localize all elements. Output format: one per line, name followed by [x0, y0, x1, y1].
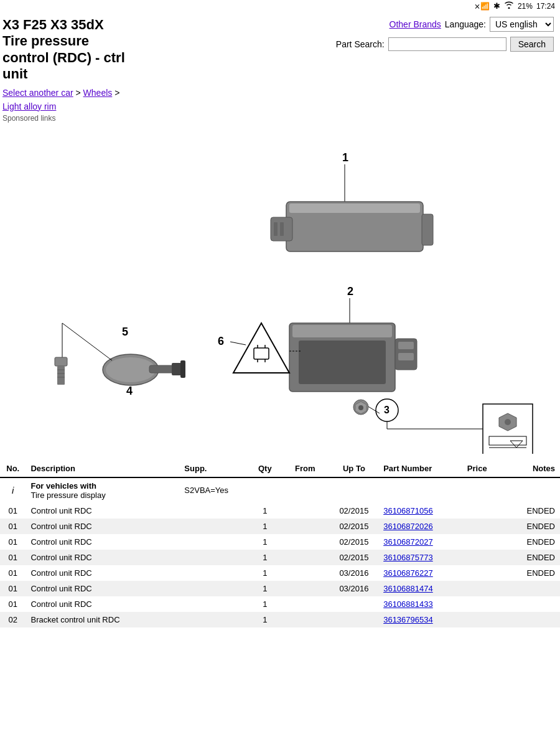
- row-from: [281, 519, 330, 534]
- row-part[interactable]: 36106872026: [378, 519, 462, 534]
- wheels-link[interactable]: Wheels: [83, 88, 113, 98]
- svg-rect-8: [422, 214, 433, 245]
- svg-rect-36: [57, 366, 65, 385]
- table-row: 01Control unit RDC102/201536106872027END…: [0, 534, 560, 550]
- row-qty: 1: [250, 550, 281, 565]
- row-notes: ENDED: [504, 550, 560, 565]
- svg-rect-31: [180, 360, 185, 378]
- row-notes: ENDED: [504, 565, 560, 581]
- col-header-notes: Notes: [504, 460, 560, 477]
- table-row: 01Control unit RDC102/201536106871056END…: [0, 503, 560, 519]
- row-price: [462, 596, 504, 612]
- row-no: 01: [0, 550, 26, 565]
- language-label: Language:: [445, 19, 486, 29]
- light-alloy-rim-link[interactable]: Light alloy rim: [2, 101, 56, 111]
- table-row: 01Control unit RDC102/201536106875773END…: [0, 550, 560, 565]
- svg-point-54: [358, 405, 363, 410]
- row-part[interactable]: 36106872027: [378, 534, 462, 550]
- part-number-link[interactable]: 36106875773: [383, 553, 433, 562]
- row-upto: [330, 596, 379, 612]
- parts-diagram: 1 2: [12, 130, 548, 454]
- search-button[interactable]: Search: [510, 37, 554, 52]
- bluetooth-symbol: ✱: [493, 1, 500, 11]
- row-from: [281, 596, 330, 612]
- info-row-notes: [504, 477, 560, 503]
- sponsored-links: Sponsored links: [0, 113, 560, 124]
- col-header-no: No.: [0, 460, 26, 477]
- row-from: [281, 565, 330, 581]
- part-search-input[interactable]: [388, 37, 506, 51]
- table-row: 01Control unit RDC103/201636106881474: [0, 581, 560, 596]
- svg-rect-0: [12, 130, 548, 454]
- row-notes: ENDED: [504, 519, 560, 534]
- row-from: [281, 581, 330, 596]
- row-qty: 1: [250, 612, 281, 627]
- info-row-part: [378, 477, 462, 503]
- svg-rect-7: [280, 222, 284, 236]
- title-block: X3 F25 X3 35dX Tire pressure control (RD…: [2, 17, 125, 83]
- row-upto: 02/2015: [330, 519, 379, 534]
- part-number-link[interactable]: 36106876227: [383, 568, 433, 578]
- parts-table: No. Description Supp. Qty From Up To Par…: [0, 460, 560, 627]
- row-part[interactable]: 36106871056: [378, 503, 462, 519]
- info-row: i For vehicles with Tire pressure displa…: [0, 477, 560, 503]
- part-search-area: Part Search: Search: [336, 37, 554, 52]
- row-part[interactable]: 36136796534: [378, 612, 462, 627]
- select-another-car-link[interactable]: Select another car: [2, 88, 73, 98]
- row-upto: [330, 612, 379, 627]
- row-part[interactable]: 36106881433: [378, 596, 462, 612]
- breadcrumb: Select another car > Wheels >: [0, 85, 560, 100]
- row-price: [462, 503, 504, 519]
- row-supp: [179, 581, 249, 596]
- svg-text:4: 4: [126, 385, 133, 397]
- row-price: [462, 581, 504, 596]
- row-no: 02: [0, 612, 26, 627]
- row-price: [462, 534, 504, 550]
- info-row-from: [281, 477, 330, 503]
- wifi-icon: [504, 1, 514, 11]
- svg-point-28: [106, 357, 156, 382]
- row-part[interactable]: 36106876227: [378, 565, 462, 581]
- part-search-label: Part Search:: [336, 39, 385, 49]
- row-price: [462, 550, 504, 565]
- battery-level: 21%: [518, 2, 533, 11]
- col-header-price: Price: [462, 460, 504, 477]
- row-price: [462, 565, 504, 581]
- row-part[interactable]: 36106881474: [378, 581, 462, 596]
- col-header-supp: Supp.: [179, 460, 249, 477]
- row-part[interactable]: 36106875773: [378, 550, 462, 565]
- info-row-price: [462, 477, 504, 503]
- row-from: [281, 503, 330, 519]
- row-supp: [179, 519, 249, 534]
- row-notes: [504, 581, 560, 596]
- svg-rect-16: [398, 353, 414, 360]
- other-brands-link[interactable]: Other Brands: [390, 19, 441, 29]
- row-supp: [179, 596, 249, 612]
- part-number-link[interactable]: 36106872027: [383, 537, 433, 547]
- col-header-qty: Qty: [250, 460, 281, 477]
- language-select[interactable]: US english DE deutsch FR français: [490, 17, 554, 32]
- row-qty: 1: [250, 581, 281, 596]
- svg-text:6: 6: [218, 335, 224, 347]
- svg-rect-4: [289, 204, 420, 213]
- row-supp: [179, 534, 249, 550]
- sub-link-area: Light alloy rim: [0, 100, 560, 113]
- row-from: [281, 550, 330, 565]
- info-row-upto: [330, 477, 379, 503]
- row-price: [462, 519, 504, 534]
- brands-language: Other Brands Language: US english DE deu…: [390, 17, 554, 32]
- row-notes: ENDED: [504, 534, 560, 550]
- row-qty: 1: [250, 503, 281, 519]
- part-number-link[interactable]: 36106871056: [383, 506, 433, 515]
- part-number-link[interactable]: 36136796534: [383, 615, 433, 624]
- row-qty: 1: [250, 519, 281, 534]
- row-desc: Control unit RDC: [26, 565, 179, 581]
- part-number-link[interactable]: 36106872026: [383, 522, 433, 531]
- part-number-link[interactable]: 36106881474: [383, 584, 433, 593]
- row-upto: 03/2016: [330, 581, 379, 596]
- row-price: [462, 612, 504, 627]
- svg-rect-12: [292, 325, 392, 337]
- table-row: 01Control unit RDC136106881433: [0, 596, 560, 612]
- part-number-link[interactable]: 36106881433: [383, 599, 433, 609]
- svg-rect-29: [149, 365, 174, 373]
